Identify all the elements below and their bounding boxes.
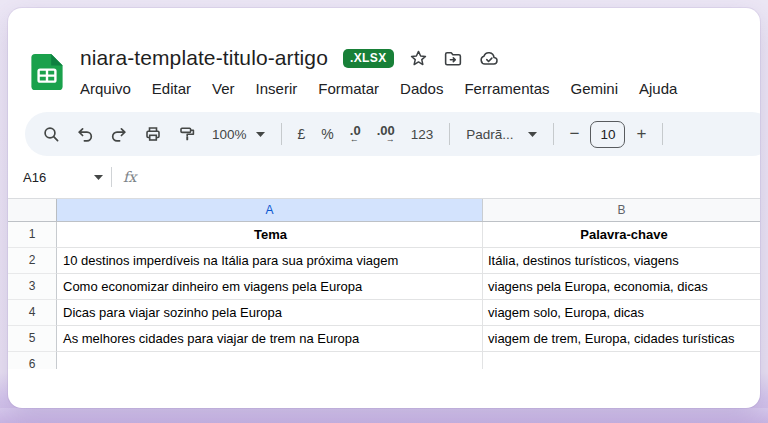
formula-bar-divider (111, 167, 112, 187)
cell-b6[interactable] (483, 352, 760, 369)
spreadsheet-grid: A B 1 Tema Palavra-chave 2 10 destinos i… (8, 198, 760, 369)
chevron-down-icon (256, 132, 265, 137)
format-percent-button[interactable]: % (321, 126, 333, 142)
table-row: 5 As melhores cidades para viajar de tre… (8, 326, 760, 352)
formula-bar: A16 fx (8, 156, 760, 198)
cell-a2[interactable]: 10 destinos imperdíveis na Itália para s… (57, 248, 483, 274)
increase-font-size-button[interactable]: + (636, 124, 646, 144)
table-row: 1 Tema Palavra-chave (8, 222, 760, 248)
menu-bar: Arquivo Editar Ver Inserir Formatar Dado… (80, 77, 698, 99)
cell-a4[interactable]: Dicas para viajar sozinho pela Europa (57, 300, 483, 326)
format-currency-button[interactable]: £ (298, 126, 306, 142)
cell-b1[interactable]: Palavra-chave (483, 222, 760, 248)
chevron-down-icon (528, 132, 537, 137)
row-header-3[interactable]: 3 (8, 274, 57, 300)
cell-a6[interactable] (57, 352, 483, 369)
cell-a1[interactable]: Tema (57, 222, 483, 248)
zoom-value: 100% (212, 127, 247, 142)
document-title[interactable]: niara-template-titulo-artigo (80, 46, 328, 70)
cell-b2[interactable]: Itália, destinos turísticos, viagens (483, 248, 760, 274)
table-row: 4 Dicas para viajar sozinho pela Europa … (8, 300, 760, 326)
name-box-value: A16 (23, 170, 46, 185)
chevron-down-icon (94, 175, 103, 180)
row-header-6[interactable]: 6 (8, 352, 57, 369)
backdrop-strip (0, 408, 768, 423)
increase-decimal-button[interactable]: .00 → (377, 125, 395, 143)
font-size-control: − 10 + (570, 121, 647, 148)
number-format-select[interactable]: Padrã... (466, 127, 536, 142)
fx-icon: fx (123, 169, 137, 185)
menu-item-editar[interactable]: Editar (152, 80, 191, 97)
table-row: 2 10 destinos imperdíveis na Itália para… (8, 248, 760, 274)
toolbar: 100% £ % .0 ← .00 → 123 Padrã... − 10 + (25, 112, 760, 156)
move-folder-icon[interactable] (443, 49, 463, 68)
arrow-left-icon: ← (350, 136, 359, 143)
number-format-value: Padrã... (466, 127, 513, 142)
cell-a5[interactable]: As melhores cidades para viajar de trem … (57, 326, 483, 352)
column-header-a[interactable]: A (57, 199, 483, 221)
more-formats-button[interactable]: 123 (411, 127, 434, 142)
star-icon[interactable] (409, 49, 428, 68)
search-icon[interactable] (42, 125, 60, 143)
cell-a3[interactable]: Como economizar dinheiro em viagens pela… (57, 274, 483, 300)
zoom-select[interactable]: 100% (212, 127, 265, 142)
menu-item-dados[interactable]: Dados (400, 80, 443, 97)
menu-item-ver[interactable]: Ver (212, 80, 235, 97)
cell-b4[interactable]: viagem solo, Europa, dicas (483, 300, 760, 326)
table-row: 6 (8, 352, 760, 369)
decrease-font-size-button[interactable]: − (570, 124, 580, 144)
row-header-2[interactable]: 2 (8, 248, 57, 274)
row-header-5[interactable]: 5 (8, 326, 57, 352)
cell-b3[interactable]: viagens pela Europa, economia, dicas (483, 274, 760, 300)
decrease-decimal-button[interactable]: .0 ← (350, 125, 361, 143)
toolbar-divider (553, 123, 554, 145)
menu-item-ajuda[interactable]: Ajuda (639, 80, 677, 97)
redo-icon[interactable] (110, 125, 128, 143)
toolbar-divider (281, 123, 282, 145)
print-icon[interactable] (144, 125, 162, 143)
menu-item-ferramentas[interactable]: Ferramentas (464, 80, 549, 97)
app-header: niara-template-titulo-artigo .XLSX Arqui… (30, 44, 760, 99)
sheets-window: niara-template-titulo-artigo .XLSX Arqui… (8, 8, 760, 408)
arrow-right-icon: → (386, 136, 395, 143)
title-row: niara-template-titulo-artigo .XLSX (80, 44, 698, 72)
font-size-input[interactable]: 10 (590, 121, 625, 148)
table-row: 3 Como economizar dinheiro em viagens pe… (8, 274, 760, 300)
menu-item-arquivo[interactable]: Arquivo (80, 80, 131, 97)
google-sheets-icon[interactable] (30, 54, 64, 90)
cloud-check-icon[interactable] (478, 49, 500, 68)
undo-icon[interactable] (76, 125, 94, 143)
column-header-row: A B (8, 199, 760, 222)
formula-input[interactable] (137, 156, 760, 198)
name-box[interactable]: A16 (23, 170, 111, 185)
menu-item-inserir[interactable]: Inserir (256, 80, 298, 97)
toolbar-divider (449, 123, 450, 145)
column-header-b[interactable]: B (483, 199, 760, 221)
select-all-corner[interactable] (8, 199, 57, 221)
menu-item-formatar[interactable]: Formatar (318, 80, 379, 97)
toolbar-divider (662, 123, 663, 145)
row-header-1[interactable]: 1 (8, 222, 57, 248)
paint-format-icon[interactable] (178, 125, 196, 143)
menu-item-gemini[interactable]: Gemini (570, 80, 618, 97)
cell-b5[interactable]: viagem de trem, Europa, cidades turístic… (483, 326, 760, 352)
xlsx-badge[interactable]: .XLSX (343, 49, 394, 68)
row-header-4[interactable]: 4 (8, 300, 57, 326)
